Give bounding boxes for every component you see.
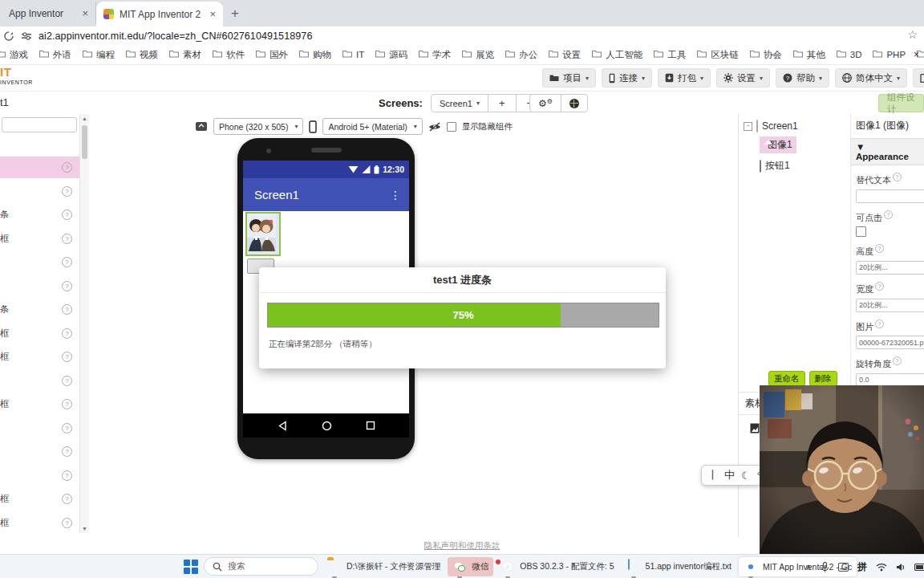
screen-size-select[interactable]: Phone (320 x 505)▾	[213, 118, 303, 135]
taskbar-item[interactable]: D:\张振轩 - 文件资源管理	[322, 557, 445, 576]
menu-projects[interactable]: 项目▾	[542, 68, 596, 88]
site-settings-icon[interactable]	[21, 31, 32, 42]
rotate-screen-icon[interactable]	[195, 121, 208, 132]
overflow-menu-icon[interactable]: ⋮	[390, 189, 401, 201]
help-icon[interactable]: ?	[62, 328, 72, 339]
help-icon[interactable]: ?	[875, 282, 884, 291]
ime-pinyin-indicator[interactable]: 拼	[857, 560, 867, 574]
taskbar-item[interactable]: 51.app inventor编程.txt	[622, 557, 736, 576]
bookmark-item[interactable]: 办公	[505, 49, 537, 61]
property-input[interactable]	[856, 336, 924, 349]
tree-node-screen1[interactable]: −Screen1	[744, 120, 798, 132]
bookmark-item[interactable]: 设置	[549, 49, 581, 61]
property-input[interactable]	[856, 189, 924, 203]
collapse-icon[interactable]: −	[744, 122, 752, 131]
palette-search-input[interactable]	[2, 117, 77, 132]
palette-item[interactable]: ?	[0, 275, 79, 297]
ime-item[interactable]: 中	[724, 468, 735, 482]
menu-logout[interactable]: ksharp8@gm	[913, 68, 924, 88]
new-tab-button[interactable]: +	[231, 6, 239, 22]
bookmark-item[interactable]: 购物	[299, 49, 331, 61]
help-icon[interactable]: ?	[62, 186, 72, 197]
back-icon[interactable]	[278, 421, 288, 431]
bookmark-item[interactable]: 游戏	[0, 49, 28, 61]
palette-item[interactable]: ?	[0, 157, 79, 178]
bookmark-item[interactable]: 学术	[419, 49, 451, 61]
bookmark-item[interactable]: 源码	[375, 49, 407, 61]
bookmark-star-icon[interactable]: ☆	[907, 28, 918, 41]
battery-icon[interactable]	[914, 564, 924, 571]
palette-item[interactable]: 框?	[0, 228, 79, 250]
show-hidden-checkbox[interactable]	[447, 122, 456, 132]
bookmark-item[interactable]: 素材	[169, 49, 201, 61]
menu-settings[interactable]: 设置▾	[716, 68, 770, 88]
palette-item[interactable]: ?	[0, 181, 79, 202]
property-input[interactable]	[856, 261, 924, 275]
bookmark-item[interactable]: 协会	[750, 49, 782, 61]
ime-item[interactable]: 丨	[707, 468, 718, 482]
bookmark-item[interactable]: PHP	[873, 50, 906, 59]
property-checkbox[interactable]	[856, 226, 866, 237]
tab-close-icon[interactable]: ×	[82, 7, 88, 19]
help-icon[interactable]: ?	[893, 173, 902, 181]
help-icon[interactable]: ?	[62, 470, 72, 481]
bookmark-item[interactable]: 人工智能	[592, 49, 642, 61]
help-icon[interactable]: ?	[62, 304, 72, 315]
bookmark-item[interactable]: 工具	[654, 49, 686, 61]
bookmark-item[interactable]: IT	[342, 50, 364, 59]
bookmark-item[interactable]: 外语	[39, 49, 71, 61]
bookmark-item[interactable]: 软件	[213, 49, 245, 61]
project-settings-button[interactable]: ⚙⚙	[529, 94, 561, 112]
help-icon[interactable]: ?	[62, 446, 72, 457]
ime-toolbar[interactable]: 丨中☾°,	[701, 465, 762, 486]
bookmark-item[interactable]: 视频	[126, 49, 158, 61]
palette-item[interactable]: 条?	[0, 204, 79, 226]
wifi-icon[interactable]	[876, 563, 887, 572]
appearance-section-header[interactable]: ▼ Appearance	[851, 138, 924, 165]
menu-language[interactable]: 简体中文▾	[835, 68, 907, 88]
bookmarks-close-icon[interactable]: ×	[914, 49, 919, 60]
tray-chevron-icon[interactable]: ∧	[805, 562, 812, 572]
bookmark-item[interactable]: 编程	[83, 49, 115, 61]
tree-node-按钮1[interactable]: 按钮1	[760, 159, 790, 173]
scroll-up-icon[interactable]: ▲	[80, 116, 89, 121]
help-icon[interactable]: ?	[62, 399, 72, 409]
help-icon[interactable]: ?	[62, 162, 72, 173]
start-button[interactable]	[184, 560, 198, 574]
android-version-select[interactable]: Android 5+ (Material)▾	[322, 118, 422, 135]
bookmark-item[interactable]: 区块链	[697, 49, 739, 61]
help-icon[interactable]: ?	[893, 356, 902, 365]
help-icon[interactable]: ?	[62, 352, 72, 362]
publish-globe-button[interactable]	[561, 94, 588, 112]
ime-item[interactable]: ☾	[741, 470, 751, 482]
url-text[interactable]: ai2.appinventor.mit.edu/?locale=zh_CN#60…	[38, 31, 312, 42]
palette-item[interactable]: ?	[0, 417, 79, 439]
recents-icon[interactable]	[366, 421, 375, 430]
help-icon[interactable]: ?	[875, 320, 884, 328]
media-file-icon[interactable]	[750, 422, 760, 437]
palette-item[interactable]: ?	[0, 441, 79, 462]
image-component[interactable]	[245, 212, 281, 256]
volume-icon[interactable]	[896, 563, 906, 572]
palette-item[interactable]: 框?	[0, 488, 79, 510]
designer-view-button[interactable]: 组件设计	[878, 94, 924, 112]
help-icon[interactable]: ?	[62, 234, 72, 244]
bookmark-item[interactable]: 其他	[793, 49, 825, 61]
palette-item[interactable]: 框?	[0, 323, 79, 344]
screen-select[interactable]: Screen1▾	[431, 94, 488, 112]
tab-mit-app-inventor[interactable]: MIT App Inventor 2 ×	[96, 2, 223, 26]
palette-item[interactable]: 框?	[0, 512, 79, 534]
scroll-down-icon[interactable]: ▼	[80, 526, 89, 531]
help-icon[interactable]: ?	[62, 518, 72, 528]
bookmark-item[interactable]: 国外	[256, 49, 288, 61]
taskbar-item[interactable]: 微信	[448, 557, 493, 576]
add-screen-button[interactable]: +	[488, 94, 517, 112]
bookmark-item[interactable]: 3D	[837, 50, 862, 59]
palette-item[interactable]: 框?	[0, 393, 79, 415]
address-bar[interactable]: ai2.appinventor.mit.edu/?locale=zh_CN#60…	[0, 26, 924, 45]
scrollbar-thumb[interactable]	[82, 125, 87, 159]
help-icon[interactable]: ?	[62, 494, 72, 504]
taskbar-search[interactable]: 搜索	[204, 557, 318, 576]
property-input[interactable]	[856, 299, 924, 312]
palette-item[interactable]: ?	[0, 465, 79, 486]
